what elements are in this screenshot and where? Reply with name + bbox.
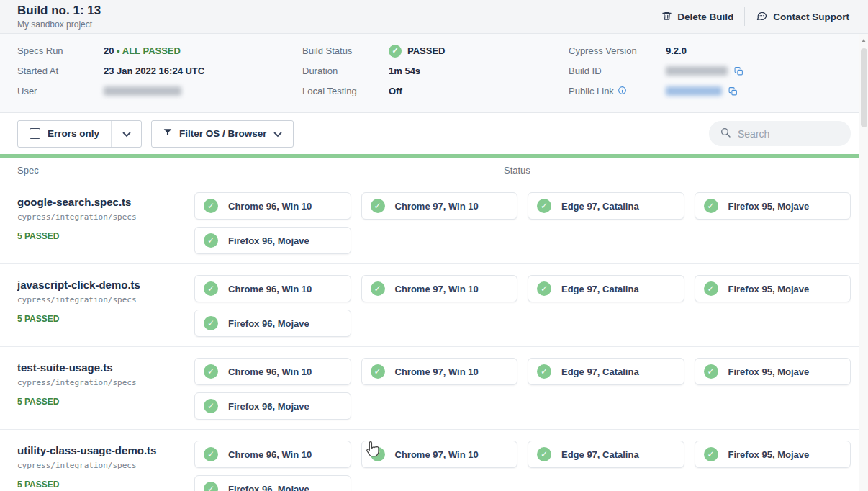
- topbar-actions: Delete Build Contact Support: [661, 7, 849, 26]
- scrollbar-up-arrow-icon[interactable]: [862, 39, 866, 42]
- spec-column-header: Spec: [17, 165, 39, 176]
- spec-path: cypress/integration/specs: [17, 212, 194, 222]
- browser-chip[interactable]: ✓Chrome 96, Win 10: [194, 275, 351, 302]
- browser-chip[interactable]: ✓Firefox 95, Mojave: [695, 192, 851, 220]
- errors-only-control: Errors only: [17, 120, 142, 148]
- browser-chip-label: Edge 97, Catalina: [561, 449, 639, 460]
- browser-chip-label: Chrome 96, Win 10: [228, 201, 312, 212]
- chat-bubble-icon: [756, 10, 768, 24]
- errors-only-toggle[interactable]: Errors only: [18, 121, 111, 147]
- user-value-redacted: [104, 86, 181, 96]
- cypress-version-value: 9.2.0: [666, 45, 687, 56]
- spec-status-badge: 5 PASSED: [17, 479, 194, 490]
- browser-chip[interactable]: ✓Firefox 95, Mojave: [695, 358, 851, 385]
- search-box[interactable]: [709, 121, 851, 146]
- passed-check-icon: ✓: [204, 482, 218, 491]
- browser-chip-label: Chrome 97, Win 10: [395, 366, 479, 377]
- browser-chip-label: Chrome 97, Win 10: [395, 284, 479, 294]
- browser-chip[interactable]: ✓Chrome 97, Win 10: [361, 275, 518, 302]
- copy-icon[interactable]: [734, 66, 743, 76]
- chevron-down-icon: [273, 127, 282, 140]
- build-id-value-redacted: [666, 66, 728, 76]
- browser-chip-label: Firefox 95, Mojave: [728, 201, 810, 212]
- summary-column-1: Specs Run 20 • ALL PASSED Started At 23 …: [17, 44, 302, 112]
- started-at-value: 23 Jan 2022 16:24 UTC: [104, 66, 204, 76]
- spec-path: cypress/integration/specs: [17, 378, 194, 387]
- browser-chip[interactable]: ✓Chrome 96, Win 10: [194, 441, 351, 468]
- browser-chips: ✓Chrome 96, Win 10 ✓Chrome 97, Win 10 ✓E…: [194, 192, 851, 254]
- browser-chip[interactable]: ✓Firefox 96, Mojave: [194, 227, 351, 254]
- build-status-field: Build Status ✓ PASSED: [302, 44, 569, 58]
- spec-status-badge: 5 PASSED: [17, 397, 194, 407]
- scrollbar-thumb[interactable]: [861, 48, 867, 127]
- public-link-value-redacted[interactable]: [666, 86, 722, 96]
- all-passed-badge: • ALL PASSED: [117, 45, 181, 56]
- contact-support-label: Contact Support: [773, 12, 849, 22]
- copy-icon[interactable]: [728, 86, 738, 96]
- passed-check-icon: ✓: [704, 364, 718, 379]
- summary-column-2: Build Status ✓ PASSED Duration 1m 54s Lo…: [302, 44, 569, 112]
- info-icon[interactable]: [618, 86, 627, 97]
- browser-chip[interactable]: ✓Chrome 96, Win 10: [194, 358, 351, 385]
- local-testing-field: Local Testing Off: [302, 84, 569, 98]
- public-link-field: Public Link: [569, 84, 851, 98]
- spec-name[interactable]: test-suite-usage.ts: [17, 361, 194, 374]
- browser-chip[interactable]: ✓Chrome 97, Win 10: [361, 358, 518, 385]
- build-title-block: Build no. 1: 13 My sandbox project: [17, 4, 101, 30]
- browser-chip-label: Chrome 96, Win 10: [228, 284, 312, 294]
- browser-chip[interactable]: ✓Firefox 96, Mojave: [194, 475, 351, 491]
- vertical-scrollbar[interactable]: [859, 34, 868, 491]
- spec-row: javascript-click-demo.ts cypress/integra…: [0, 263, 868, 346]
- spec-name[interactable]: javascript-click-demo.ts: [17, 279, 194, 291]
- search-input[interactable]: [738, 128, 831, 140]
- errors-only-dropdown-button[interactable]: [111, 121, 141, 147]
- duration-field: Duration 1m 54s: [302, 64, 569, 78]
- errors-only-checkbox[interactable]: [30, 128, 40, 139]
- browser-chip-label: Firefox 95, Mojave: [728, 449, 810, 460]
- filter-os-browser-button[interactable]: Filter OS / Browser: [151, 120, 294, 148]
- spec-name[interactable]: utility-class-usage-demo.ts: [17, 444, 194, 456]
- contact-support-button[interactable]: Contact Support: [756, 10, 849, 24]
- funnel-icon: [163, 127, 173, 140]
- spec-info: google-search.spec.ts cypress/integratio…: [17, 192, 194, 254]
- passed-check-icon: ✓: [704, 199, 718, 213]
- browser-chip[interactable]: ✓Chrome 97, Win 10: [361, 441, 518, 468]
- browser-chip[interactable]: ✓Edge 97, Catalina: [528, 275, 684, 302]
- local-testing-value: Off: [389, 86, 402, 96]
- user-label: User: [17, 86, 104, 96]
- browser-chip[interactable]: ✓Firefox 95, Mojave: [695, 441, 851, 468]
- browser-chip[interactable]: ✓Edge 97, Catalina: [528, 192, 684, 220]
- browser-chip[interactable]: ✓Firefox 96, Mojave: [194, 310, 351, 337]
- duration-label: Duration: [302, 66, 389, 76]
- passed-check-icon: ✓: [204, 364, 218, 379]
- delete-build-label: Delete Build: [677, 12, 733, 22]
- browser-chip-label: Firefox 96, Mojave: [228, 235, 309, 246]
- browser-chip-label: Firefox 96, Mojave: [228, 484, 309, 491]
- filter-os-browser-label: Filter OS / Browser: [179, 128, 267, 139]
- browser-chip-label: Edge 97, Catalina: [561, 284, 639, 294]
- browser-chip[interactable]: ✓Firefox 96, Mojave: [194, 392, 351, 420]
- started-at-field: Started At 23 Jan 2022 16:24 UTC: [17, 64, 302, 78]
- spec-row: test-suite-usage.ts cypress/integration/…: [0, 346, 868, 429]
- passed-check-icon: ✓: [537, 364, 551, 379]
- browser-chip[interactable]: ✓Chrome 97, Win 10: [361, 192, 518, 220]
- started-at-label: Started At: [17, 66, 104, 76]
- cypress-version-label: Cypress Version: [569, 45, 666, 56]
- spec-name[interactable]: google-search.spec.ts: [17, 196, 194, 208]
- spec-row: utility-class-usage-demo.ts cypress/inte…: [0, 429, 868, 491]
- passed-check-icon: ✓: [371, 199, 385, 213]
- browser-chip[interactable]: ✓Edge 97, Catalina: [528, 441, 684, 468]
- specs-run-field: Specs Run 20 • ALL PASSED: [17, 44, 302, 58]
- delete-build-button[interactable]: Delete Build: [661, 10, 733, 24]
- browser-chips: ✓Chrome 96, Win 10 ✓Chrome 97, Win 10 ✓E…: [194, 358, 851, 420]
- browser-chip[interactable]: ✓Chrome 96, Win 10: [194, 192, 351, 220]
- passed-check-icon: ✓: [371, 447, 385, 461]
- filter-toolbar: Errors only Filter OS / Browser: [0, 113, 868, 154]
- browser-chip-label: Firefox 95, Mojave: [728, 284, 810, 294]
- browser-chip[interactable]: ✓Firefox 95, Mojave: [695, 275, 851, 302]
- duration-value: 1m 54s: [389, 66, 420, 76]
- browser-chips: ✓Chrome 96, Win 10 ✓Chrome 97, Win 10 ✓E…: [194, 275, 851, 337]
- passed-check-icon: ✓: [537, 281, 551, 296]
- passed-check-icon: ✓: [204, 233, 218, 248]
- browser-chip[interactable]: ✓Edge 97, Catalina: [528, 358, 684, 385]
